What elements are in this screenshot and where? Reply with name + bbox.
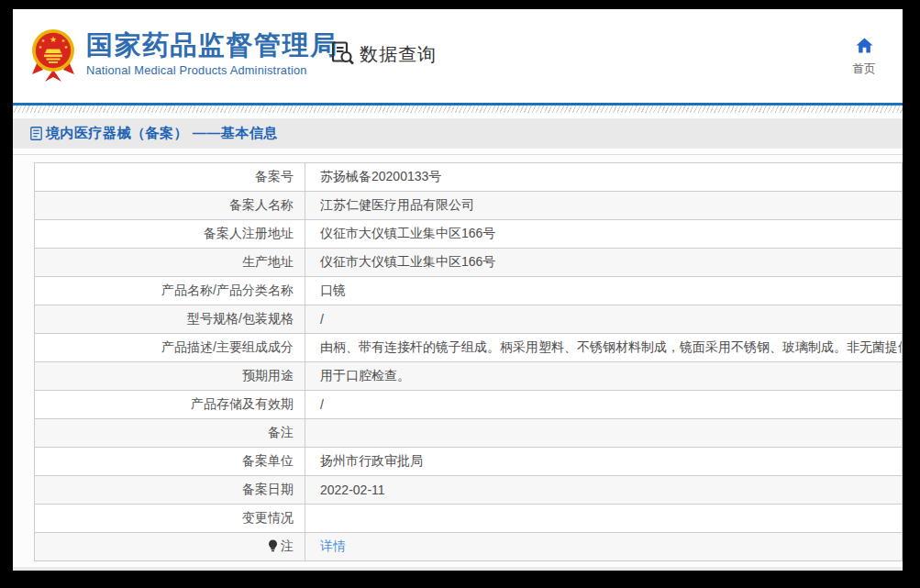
- field-label: 备案人名称: [35, 192, 305, 220]
- field-value: [305, 505, 903, 533]
- table-row: 备案号苏扬械备20200133号: [35, 163, 903, 192]
- svg-text:★: ★: [41, 38, 46, 43]
- svg-text:★: ★: [50, 35, 57, 44]
- home-icon: [856, 40, 873, 56]
- table-row: 生产地址仪征市大仪镇工业集中区166号: [35, 249, 903, 277]
- field-value: /: [305, 305, 903, 334]
- table-row: 备案日期2022-02-11: [35, 476, 903, 505]
- detail-link[interactable]: 详情: [320, 538, 346, 553]
- field-label: 变更情况: [35, 505, 305, 533]
- table-row: 产品存储及有效期/: [35, 391, 903, 419]
- site-header: ★ ★ ★ ★ ★ 国家药品监督管理局 National Medical Pro…: [13, 9, 903, 103]
- svg-text:★: ★: [64, 44, 69, 50]
- field-value: 仪征市大仪镇工业集中区166号: [305, 220, 903, 249]
- table-row: 型号规格/包装规格/: [35, 305, 903, 334]
- field-value: 用于口腔检查。: [305, 362, 903, 391]
- table-row: 产品描述/主要组成成分由柄、带有连接杆的镜子组成。柄采用塑料、不锈钢材料制成，镜…: [35, 334, 903, 362]
- field-label: 备案人注册地址: [35, 220, 305, 249]
- china-national-emblem-icon: ★ ★ ★ ★ ★: [31, 28, 75, 83]
- field-value: 扬州市行政审批局: [305, 448, 903, 476]
- table-row: 变更情况: [35, 505, 903, 533]
- browser-content: ★ ★ ★ ★ ★ 国家药品监督管理局 National Medical Pro…: [13, 9, 903, 571]
- field-label: 型号规格/包装规格: [35, 305, 305, 334]
- field-label: 备注: [35, 419, 305, 448]
- table-row: 产品名称/产品分类名称口镜: [35, 277, 903, 305]
- field-label: 产品名称/产品分类名称: [35, 277, 305, 305]
- field-value: 详情: [305, 533, 903, 561]
- svg-text:★: ★: [61, 38, 66, 43]
- field-label: 预期用途: [35, 362, 305, 391]
- field-value: 苏扬械备20200133号: [305, 163, 903, 192]
- field-label: 备案单位: [35, 448, 305, 476]
- page-bottom-strip: [13, 567, 903, 571]
- breadcrumb: 境内医疗器械（备案） ——基本信息: [13, 118, 903, 149]
- table-row: 备注: [35, 419, 903, 448]
- table-row: 注详情: [35, 533, 903, 561]
- field-value: [305, 419, 903, 448]
- info-table-body: 备案号苏扬械备20200133号备案人名称江苏仁健医疗用品有限公司备案人注册地址…: [35, 163, 903, 561]
- field-label: 备案号: [35, 163, 305, 192]
- org-title-cn: 国家药品监督管理局: [86, 30, 338, 61]
- table-row: 备案单位扬州市行政审批局: [35, 448, 903, 476]
- page-title: 境内医疗器械（备案） ——基本信息: [46, 125, 278, 142]
- bulb-icon: [268, 539, 278, 555]
- field-label: 备案日期: [35, 476, 305, 505]
- home-nav-button[interactable]: 首页: [844, 38, 884, 77]
- field-label: 产品存储及有效期: [35, 391, 305, 419]
- svg-text:★: ★: [39, 44, 43, 50]
- field-value: 仪征市大仪镇工业集中区166号: [305, 249, 903, 277]
- data-query-section: 数据查询: [330, 40, 437, 69]
- page-body: 备案号苏扬械备20200133号备案人名称江苏仁健医疗用品有限公司备案人注册地址…: [13, 154, 903, 571]
- data-query-label: 数据查询: [360, 42, 437, 67]
- document-icon: [30, 127, 42, 140]
- home-label: 首页: [844, 61, 884, 77]
- field-value: 2022-02-11: [305, 476, 903, 505]
- table-row: 备案人注册地址仪征市大仪镇工业集中区166号: [35, 220, 903, 249]
- table-row: 备案人名称江苏仁健医疗用品有限公司: [35, 192, 903, 220]
- field-value: 江苏仁健医疗用品有限公司: [305, 192, 903, 220]
- org-title-en: National Medical Products Administration: [86, 63, 338, 77]
- field-label: 产品描述/主要组成成分: [35, 334, 305, 362]
- hatched-divider: [13, 105, 903, 113]
- field-value: 由柄、带有连接杆的镜子组成。柄采用塑料、不锈钢材料制成，镜面采用不锈钢、玻璃制成…: [305, 334, 903, 362]
- field-label: 生产地址: [35, 249, 305, 277]
- field-value: 口镜: [305, 277, 903, 305]
- table-row: 预期用途用于口腔检查。: [35, 362, 903, 391]
- field-value: /: [305, 391, 903, 419]
- document-search-icon: [330, 40, 355, 69]
- field-label: 注: [35, 533, 305, 561]
- device-record-table: 备案号苏扬械备20200133号备案人名称江苏仁健医疗用品有限公司备案人注册地址…: [34, 162, 903, 561]
